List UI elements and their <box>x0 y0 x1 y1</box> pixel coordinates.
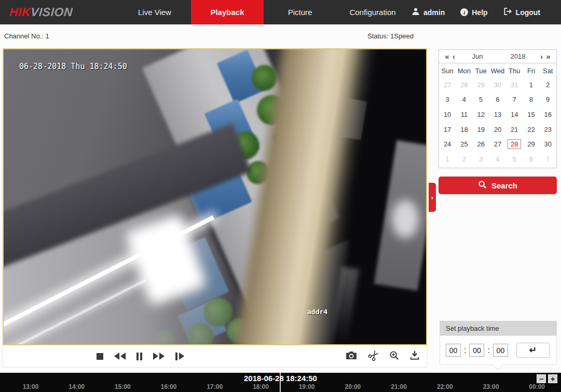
next-year-button[interactable]: » <box>545 52 552 60</box>
download-icon <box>410 350 419 362</box>
calendar-day-13[interactable]: 13 <box>489 107 506 122</box>
nav-tabs: Live ViewPlaybackPictureConfiguration <box>118 0 409 24</box>
help-icon: i <box>460 8 468 16</box>
enter-icon: ↵ <box>529 345 537 356</box>
calendar-day-30[interactable]: 30 <box>540 137 556 152</box>
tab-playback[interactable]: Playback <box>191 0 264 24</box>
calendar-day-4[interactable]: 4 <box>489 152 506 167</box>
logout-button[interactable]: Logout <box>503 7 540 17</box>
calendar-dow-mon: Mon <box>456 64 472 77</box>
tab-live-view[interactable]: Live View <box>118 0 191 24</box>
calendar-day-28[interactable]: 28 <box>506 137 523 152</box>
calendar-dow-wed: Wed <box>489 64 506 77</box>
calendar-day-23[interactable]: 23 <box>540 122 556 137</box>
user-menu[interactable]: admin <box>412 7 445 17</box>
calendar-day-26[interactable]: 26 <box>473 137 489 152</box>
video-scene: 06-28-2018 Thu 18:24:50 addr4 <box>4 49 426 344</box>
calendar-month[interactable]: Jun <box>457 52 498 60</box>
go-to-time-button[interactable]: ↵ <box>516 343 550 358</box>
calendar-day-2[interactable]: 2 <box>540 77 556 92</box>
calendar-day-20[interactable]: 20 <box>489 122 506 137</box>
user-icon <box>412 7 420 17</box>
timeline-tick-21:00: 21:00 <box>391 383 407 390</box>
rewind-button[interactable] <box>114 353 126 360</box>
minutes-input[interactable] <box>469 344 484 357</box>
timeline-tick-19:00: 19:00 <box>299 383 315 390</box>
calendar-day-3[interactable]: 3 <box>439 92 456 107</box>
calendar-day-14[interactable]: 14 <box>506 107 523 122</box>
camera-icon <box>346 351 357 362</box>
calendar-dow-fri: Fri <box>523 64 539 77</box>
search-button[interactable]: Search <box>439 177 557 194</box>
next-month-button[interactable]: › <box>538 52 545 60</box>
status-label: Status: 1Speed <box>367 32 414 40</box>
calendar-day-15[interactable]: 15 <box>523 107 539 122</box>
calendar-day-16[interactable]: 16 <box>540 107 556 122</box>
calendar-day-24[interactable]: 24 <box>439 137 456 152</box>
digital-zoom-button[interactable] <box>389 350 399 362</box>
calendar-day-19[interactable]: 19 <box>473 122 489 137</box>
timeline[interactable]: 2018-06-28 18:24:50 13:0014:0015:0016:00… <box>0 373 561 392</box>
calendar-day-11[interactable]: 11 <box>456 107 472 122</box>
calendar-day-1[interactable]: 1 <box>439 152 456 167</box>
fast-forward-icon <box>153 353 158 360</box>
timeline-tick-13:00: 13:00 <box>23 383 39 390</box>
calendar-day-29[interactable]: 29 <box>473 77 489 92</box>
calendar-day-18[interactable]: 18 <box>456 122 472 137</box>
download-button[interactable] <box>410 350 419 362</box>
zoom-in-magnifier-icon <box>389 350 399 362</box>
tab-configuration[interactable]: Configuration <box>336 0 409 24</box>
calendar-day-1[interactable]: 1 <box>523 77 539 92</box>
fast-forward-button[interactable] <box>153 353 165 360</box>
stop-button[interactable] <box>97 353 103 360</box>
calendar-day-27[interactable]: 27 <box>489 137 506 152</box>
timeline-tick-20:00: 20:00 <box>345 383 361 390</box>
timeline-zoom-out-button[interactable]: − <box>537 374 546 383</box>
calendar-day-7[interactable]: 7 <box>506 92 523 107</box>
clip-button[interactable] <box>368 350 378 362</box>
scissors-icon <box>365 348 381 364</box>
timeline-tick-00:00: 00:00 <box>529 383 545 390</box>
timeline-zoom-in-button[interactable]: + <box>548 374 557 383</box>
calendar-day-7[interactable]: 7 <box>540 152 556 167</box>
calendar-day-3[interactable]: 3 <box>473 152 489 167</box>
video-player[interactable]: 06-28-2018 Thu 18:24:50 addr4 <box>3 48 427 345</box>
pause-button[interactable] <box>136 353 142 360</box>
calendar-day-5[interactable]: 5 <box>473 92 489 107</box>
scene-light-spot <box>392 200 419 238</box>
calendar-day-27[interactable]: 27 <box>439 77 456 92</box>
prev-year-button[interactable]: « <box>444 52 450 60</box>
calendar-day-28[interactable]: 28 <box>456 77 472 92</box>
calendar-day-30[interactable]: 30 <box>489 77 506 92</box>
calendar-day-6[interactable]: 6 <box>523 152 539 167</box>
calendar-day-21[interactable]: 21 <box>506 122 523 137</box>
search-icon <box>478 180 487 191</box>
calendar-day-25[interactable]: 25 <box>456 137 472 152</box>
calendar-day-12[interactable]: 12 <box>473 107 489 122</box>
calendar-year[interactable]: 2018 <box>498 52 538 60</box>
user-name: admin <box>423 8 445 17</box>
hours-input[interactable] <box>446 344 461 357</box>
panel-expand-handle[interactable]: › <box>429 183 436 212</box>
calendar-day-10[interactable]: 10 <box>439 107 456 122</box>
calendar-day-5[interactable]: 5 <box>506 152 523 167</box>
calendar-day-29[interactable]: 29 <box>523 137 539 152</box>
help-button[interactable]: i Help <box>460 8 487 17</box>
capture-button[interactable] <box>346 351 357 362</box>
capture-controls <box>346 345 419 367</box>
calendar-day-4[interactable]: 4 <box>456 92 472 107</box>
prev-month-button[interactable]: ‹ <box>450 52 457 60</box>
calendar-day-2[interactable]: 2 <box>456 152 472 167</box>
frame-step-button[interactable] <box>175 353 184 360</box>
calendar-header: « ‹ Jun 2018 › » <box>439 49 557 63</box>
osd-camera-name: addr4 <box>307 308 327 316</box>
time-separator: : <box>487 346 489 355</box>
calendar-day-9[interactable]: 9 <box>540 92 556 107</box>
calendar-day-22[interactable]: 22 <box>523 122 539 137</box>
calendar-day-17[interactable]: 17 <box>439 122 456 137</box>
seconds-input[interactable] <box>493 344 508 357</box>
calendar-day-8[interactable]: 8 <box>523 92 539 107</box>
calendar-day-6[interactable]: 6 <box>489 92 506 107</box>
tab-picture[interactable]: Picture <box>264 0 336 24</box>
calendar-day-31[interactable]: 31 <box>506 77 523 92</box>
